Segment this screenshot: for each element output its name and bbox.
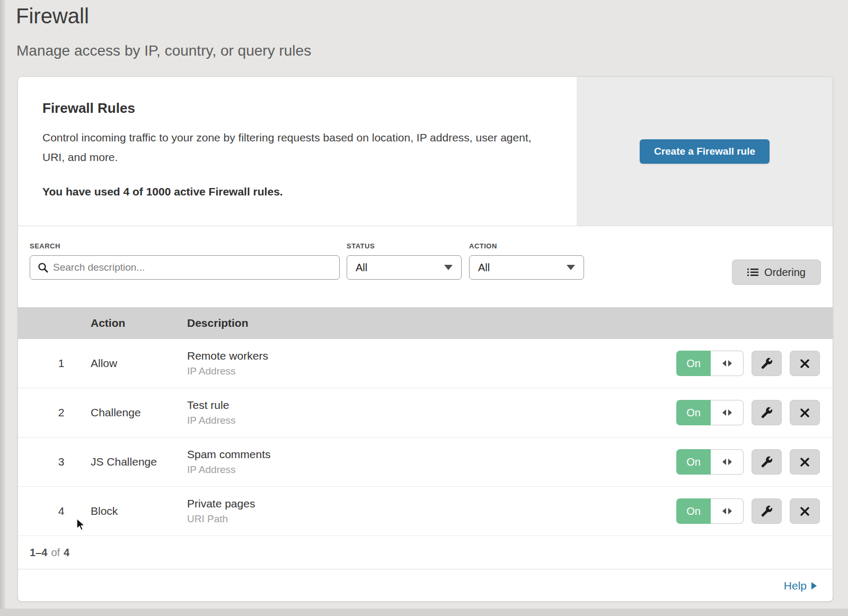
search-input-box[interactable] bbox=[30, 255, 340, 280]
section-heading: Firewall Rules bbox=[42, 100, 135, 117]
arrow-left-icon bbox=[722, 409, 726, 416]
chevron-down-icon bbox=[567, 265, 575, 270]
rule-controls: On bbox=[676, 351, 833, 376]
rule-priority: 3 bbox=[18, 456, 91, 468]
description-column-header: Description bbox=[187, 317, 833, 329]
rule-criteria: IP Address bbox=[187, 365, 676, 377]
edit-rule-button[interactable] bbox=[752, 351, 782, 376]
rule-description: Test rule IP Address bbox=[187, 399, 676, 426]
rule-priority: 4 bbox=[18, 505, 91, 517]
action-selected-value: All bbox=[478, 262, 490, 274]
x-icon bbox=[800, 457, 810, 467]
toggle-knob[interactable] bbox=[711, 498, 744, 524]
rule-enabled-toggle[interactable]: On bbox=[676, 351, 744, 376]
toggle-knob[interactable] bbox=[711, 400, 744, 425]
edit-rule-button[interactable] bbox=[752, 400, 782, 425]
action-label: ACTION bbox=[469, 242, 584, 250]
delete-rule-button[interactable] bbox=[790, 498, 820, 524]
search-input[interactable] bbox=[53, 262, 332, 273]
search-filter-group: SEARCH bbox=[30, 242, 340, 280]
table-row: 1 Allow Remote workers IP Address On bbox=[18, 339, 833, 388]
rule-criteria: IP Address bbox=[187, 415, 676, 426]
arrow-right-icon bbox=[728, 508, 732, 514]
rule-enabled-toggle[interactable]: On bbox=[676, 498, 744, 524]
search-label: SEARCH bbox=[30, 242, 340, 250]
x-icon bbox=[800, 506, 810, 516]
rule-action: Block bbox=[91, 505, 187, 517]
pagination: 1–4 of 4 bbox=[18, 536, 833, 569]
delete-rule-button[interactable] bbox=[790, 449, 820, 475]
rule-description: Remote workers IP Address bbox=[187, 350, 676, 377]
rule-priority: 1 bbox=[18, 357, 91, 370]
firewall-rules-card: Firewall Rules Control incoming traffic … bbox=[17, 76, 833, 602]
rule-controls: On bbox=[676, 400, 833, 425]
rule-enabled-toggle[interactable]: On bbox=[676, 400, 744, 425]
delete-rule-button[interactable] bbox=[790, 351, 820, 376]
x-icon bbox=[800, 408, 810, 418]
ordering-button[interactable]: Ordering bbox=[732, 260, 821, 285]
pagination-range: 1–4 bbox=[30, 547, 47, 559]
action-select[interactable]: All bbox=[469, 255, 584, 280]
rule-controls: On bbox=[676, 449, 833, 475]
rule-description-title: Spam comments bbox=[187, 448, 676, 461]
pagination-of: of bbox=[51, 547, 60, 559]
section-description: Control incoming traffic to your zone by… bbox=[42, 128, 546, 167]
x-icon bbox=[800, 359, 810, 369]
table-header: Action Description bbox=[18, 307, 833, 339]
toggle-state-label[interactable]: On bbox=[676, 400, 711, 425]
edit-rule-button[interactable] bbox=[752, 449, 782, 475]
wrench-icon bbox=[761, 358, 773, 369]
table-row: 3 JS Challenge Spam comments IP Address … bbox=[18, 438, 833, 487]
rule-description-title: Test rule bbox=[187, 399, 676, 412]
rules-list: 1 Allow Remote workers IP Address On bbox=[18, 339, 833, 536]
rule-priority: 2 bbox=[18, 406, 91, 419]
action-column-header: Action bbox=[91, 317, 187, 329]
arrow-right-icon bbox=[728, 360, 732, 367]
rule-description-title: Private pages bbox=[187, 497, 676, 510]
filters-bar: SEARCH STATUS All ACTION All bbox=[18, 226, 833, 307]
arrow-right-icon bbox=[728, 409, 732, 416]
wrench-icon bbox=[761, 505, 773, 517]
toggle-state-label[interactable]: On bbox=[676, 351, 711, 376]
toggle-state-label[interactable]: On bbox=[676, 498, 711, 524]
create-rule-panel: Create a Firewall rule bbox=[577, 77, 833, 226]
ordering-button-label: Ordering bbox=[764, 266, 806, 279]
toggle-knob[interactable] bbox=[711, 351, 744, 376]
window-edge-left bbox=[0, 0, 5, 616]
status-label: STATUS bbox=[347, 242, 462, 250]
triangle-right-icon bbox=[811, 582, 817, 590]
rule-action: Challenge bbox=[91, 406, 187, 419]
rule-description-title: Remote workers bbox=[187, 350, 676, 362]
help-link-label: Help bbox=[784, 579, 807, 592]
delete-rule-button[interactable] bbox=[790, 400, 820, 425]
rule-description: Spam comments IP Address bbox=[187, 448, 676, 476]
wrench-icon bbox=[761, 456, 773, 468]
rule-criteria: URI Path bbox=[187, 513, 676, 525]
rule-enabled-toggle[interactable]: On bbox=[676, 449, 744, 475]
usage-summary: You have used 4 of 1000 active Firewall … bbox=[42, 185, 283, 198]
toggle-state-label[interactable]: On bbox=[676, 449, 711, 475]
toggle-knob[interactable] bbox=[711, 449, 744, 475]
edit-rule-button[interactable] bbox=[752, 498, 782, 524]
page-title: Firewall bbox=[16, 4, 89, 28]
window-edge-bottom bbox=[0, 609, 848, 616]
info-section: Firewall Rules Control incoming traffic … bbox=[18, 77, 833, 226]
chevron-down-icon bbox=[444, 265, 453, 270]
status-filter-group: STATUS All bbox=[347, 242, 462, 280]
create-firewall-rule-button[interactable]: Create a Firewall rule bbox=[640, 139, 770, 164]
table-row: 4 Block Private pages URI Path On bbox=[18, 487, 833, 536]
ordering-list-icon bbox=[747, 268, 758, 276]
action-filter-group: ACTION All bbox=[469, 242, 584, 280]
rule-criteria: IP Address bbox=[187, 464, 676, 476]
rule-description: Private pages URI Path bbox=[187, 497, 676, 525]
status-select[interactable]: All bbox=[347, 255, 462, 280]
arrow-right-icon bbox=[728, 459, 732, 465]
help-link[interactable]: Help bbox=[784, 579, 817, 592]
card-footer: Help bbox=[18, 569, 833, 602]
rule-action: JS Challenge bbox=[91, 456, 187, 468]
search-icon bbox=[38, 262, 48, 273]
arrow-left-icon bbox=[722, 360, 726, 367]
arrow-left-icon bbox=[722, 459, 726, 465]
wrench-icon bbox=[761, 407, 773, 418]
rule-controls: On bbox=[676, 498, 833, 524]
